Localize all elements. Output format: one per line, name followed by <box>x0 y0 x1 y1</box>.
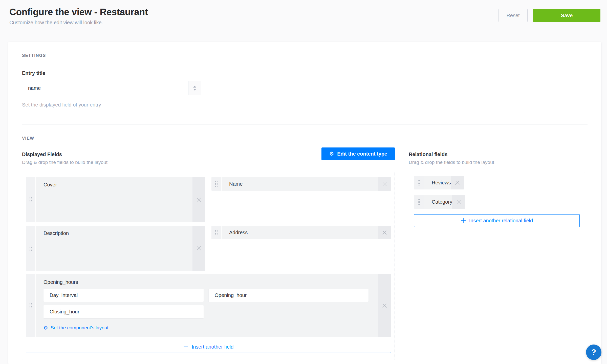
insert-another-field-label: Insert another field <box>192 344 234 350</box>
field-label: Cover <box>36 177 192 222</box>
gear-icon: ⚙ <box>44 325 48 331</box>
displayed-fields-drop-zone: Cover Name <box>22 172 395 360</box>
entry-title-select[interactable]: name <box>22 81 201 95</box>
chevron-down-icon <box>193 89 196 91</box>
close-icon <box>382 304 387 308</box>
component-label: Opening_hours <box>44 279 368 285</box>
plus-icon <box>461 218 466 223</box>
drag-handle[interactable] <box>414 195 424 209</box>
select-spinner-icon <box>188 81 201 95</box>
field-label: Description <box>36 226 192 271</box>
entry-title-label: Entry title <box>22 70 588 76</box>
field-reviews[interactable]: Reviews <box>414 176 464 189</box>
insert-another-relational-field-button[interactable]: Insert another relational field <box>414 214 580 227</box>
drag-handle-icon <box>215 230 216 231</box>
field-category[interactable]: Category <box>414 195 465 209</box>
field-cover[interactable]: Cover <box>26 177 205 222</box>
close-icon <box>382 230 387 235</box>
entry-title-select-value: name <box>22 81 188 95</box>
close-icon <box>455 181 460 185</box>
drag-handle[interactable] <box>211 226 222 239</box>
fields-grid: Cover Name <box>26 177 391 353</box>
insert-another-field-button[interactable]: Insert another field <box>26 341 391 353</box>
remove-field-button[interactable] <box>378 274 391 337</box>
set-component-layout-label: Set the component's layout <box>51 325 109 331</box>
reset-button[interactable]: Reset <box>498 9 528 22</box>
field-description[interactable]: Description <box>26 226 205 271</box>
drag-handle[interactable] <box>211 177 222 191</box>
drag-handle-icon <box>418 180 419 181</box>
close-icon <box>197 246 201 250</box>
relational-fields-drop-zone: Reviews Category Insert another relation… <box>409 172 585 233</box>
field-label: Category <box>424 195 452 209</box>
remove-field-button[interactable] <box>378 177 391 191</box>
config-card: SETTINGS Entry title name Set the displa… <box>8 42 601 364</box>
field-label: Address <box>222 226 378 239</box>
field-label: Name <box>222 177 378 191</box>
component-content: Opening_hours Day_interval Opening_hour … <box>36 274 378 337</box>
drop-zones-row: Cover Name <box>22 172 588 360</box>
gear-icon: ⚙ <box>329 151 334 157</box>
header-actions: Reset Save <box>498 9 600 22</box>
relational-fields-subtitle: Drag & drop the fields to build the layo… <box>409 160 585 165</box>
displayed-fields-subtitle: Drag & drop the fields to build the layo… <box>22 160 395 165</box>
page-header: Configure the view - Restaurant Customiz… <box>0 0 607 42</box>
section-divider <box>22 124 588 125</box>
edit-content-type-button[interactable]: ⚙ Edit the content type <box>321 147 395 160</box>
component-field-opening-hour: Opening_hour <box>209 289 369 302</box>
field-opening-hours-component[interactable]: Opening_hours Day_interval Opening_hour … <box>26 274 391 337</box>
edit-content-type-label: Edit the content type <box>337 151 387 157</box>
view-heads-row: Displayed Fields Drag & drop the fields … <box>22 152 588 165</box>
save-button[interactable]: Save <box>533 9 600 22</box>
drag-handle-icon <box>30 303 30 304</box>
field-name[interactable]: Name <box>211 177 391 191</box>
drag-handle[interactable] <box>26 177 36 222</box>
remove-field-button[interactable] <box>192 226 205 271</box>
help-icon: ? <box>591 348 596 357</box>
plus-icon <box>183 344 188 349</box>
settings-section-label: SETTINGS <box>22 53 588 58</box>
remove-field-button[interactable] <box>192 177 205 222</box>
component-fields-grid: Day_interval Opening_hour Closing_hour <box>44 289 368 318</box>
remove-field-button[interactable] <box>378 226 391 239</box>
component-field-day-interval: Day_interval <box>44 289 204 302</box>
drag-handle[interactable] <box>414 176 424 189</box>
entry-title-help-text: Set the displayed field of your entry <box>22 102 588 108</box>
field-address[interactable]: Address <box>211 226 391 239</box>
displayed-fields-head: Displayed Fields Drag & drop the fields … <box>22 152 395 165</box>
drag-handle-icon <box>30 197 30 198</box>
drag-handle-icon <box>30 246 30 246</box>
drag-handle[interactable] <box>26 226 36 271</box>
insert-another-relational-field-label: Insert another relational field <box>469 218 533 224</box>
relational-fields-head: Relational fields Drag & drop the fields… <box>409 152 585 165</box>
remove-field-button[interactable] <box>452 195 465 209</box>
drag-handle[interactable] <box>26 274 36 337</box>
chevron-up-icon <box>193 86 196 88</box>
component-field-closing-hour: Closing_hour <box>44 305 204 318</box>
help-button[interactable]: ? <box>586 345 601 360</box>
drag-handle-icon <box>418 199 419 200</box>
set-component-layout-link[interactable]: ⚙ Set the component's layout <box>44 325 368 331</box>
relational-fields-title: Relational fields <box>409 152 585 157</box>
close-icon <box>457 200 461 204</box>
close-icon <box>197 198 201 202</box>
remove-field-button[interactable] <box>451 176 464 189</box>
view-section-label: VIEW <box>22 136 588 141</box>
drag-handle-icon <box>215 181 216 182</box>
close-icon <box>382 182 387 186</box>
field-label: Reviews <box>424 176 451 189</box>
